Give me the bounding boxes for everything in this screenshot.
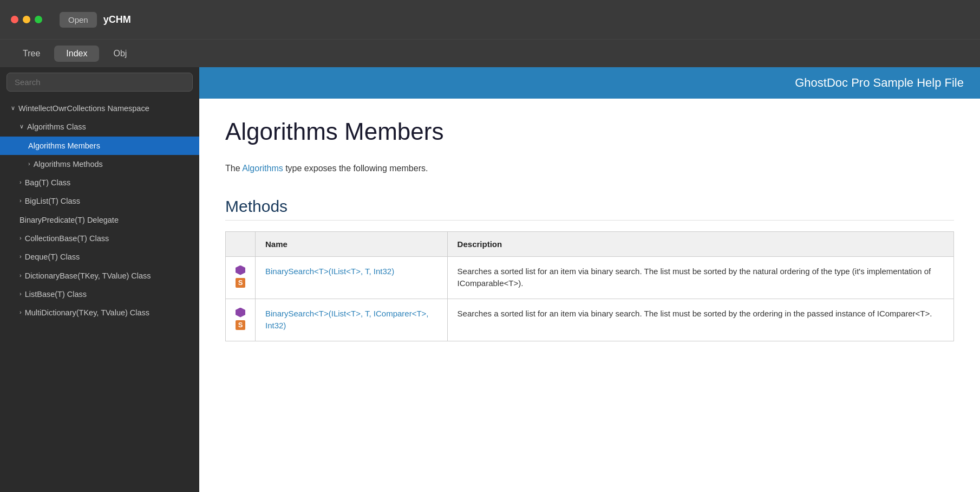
maximize-button[interactable]: [35, 16, 42, 23]
traffic-lights: [11, 16, 42, 23]
sidebar-item-algorithms-members[interactable]: Algorithms Members: [0, 137, 199, 155]
open-button[interactable]: Open: [60, 12, 97, 28]
method-link-1[interactable]: BinarySearch<T>(IList<T>, T, Int32): [265, 267, 394, 276]
col-name-header: Name: [256, 231, 448, 256]
sidebar-item-bag-class[interactable]: › Bag(T) Class: [0, 173, 199, 192]
minimize-button[interactable]: [23, 16, 30, 23]
sidebar-item-label: WintellectOwrCollections Namespace: [18, 103, 149, 114]
sidebar-item-label: DictionaryBase(TKey, TValue) Class: [25, 270, 151, 281]
close-button[interactable]: [11, 16, 18, 23]
content-body: Algorithms Members The Algorithms type e…: [199, 99, 980, 492]
content-header: GhostDoc Pro Sample Help File: [199, 67, 980, 99]
tab-bar: Tree Index Obj: [0, 39, 980, 67]
sidebar-item-biglist-class[interactable]: › BigList(T) Class: [0, 192, 199, 210]
table-header-row: Name Description: [226, 231, 954, 256]
method-icon-stack: S: [236, 308, 245, 330]
chevron-icon: ›: [19, 234, 22, 242]
intro-text-after: type exposes the following members.: [283, 164, 428, 173]
main-area: ∨ WintellectOwrCollections Namespace ∨ A…: [0, 67, 980, 492]
chevron-icon: ›: [19, 253, 22, 261]
sidebar-item-multidictionary-class[interactable]: › MultiDictionary(TKey, TValue) Class: [0, 303, 199, 322]
intro-text: The Algorithms type exposes the followin…: [225, 161, 954, 176]
table-row: S BinarySearch<T>(IList<T>, T, Int32) Se…: [226, 256, 954, 299]
sidebar-item-wintellect-ns[interactable]: ∨ WintellectOwrCollections Namespace: [0, 99, 199, 118]
tab-index[interactable]: Index: [54, 46, 99, 62]
icon-cell: S: [226, 299, 256, 341]
sidebar-item-label: Algorithms Members: [28, 140, 100, 151]
sidebar-item-dictionarybase-class[interactable]: › DictionaryBase(TKey, TValue) Class: [0, 267, 199, 285]
sidebar-item-label: CollectionBase(T) Class: [25, 233, 109, 244]
sidebar-item-label: Algorithms Class: [27, 121, 86, 132]
method-name-cell: BinarySearch<T>(IList<T>, T, IComparer<T…: [256, 299, 448, 341]
col-icon-header: [226, 231, 256, 256]
content-area: GhostDoc Pro Sample Help File Algorithms…: [199, 67, 980, 492]
methods-section-title: Methods: [225, 197, 954, 221]
sidebar-list: ∨ WintellectOwrCollections Namespace ∨ A…: [0, 97, 199, 492]
chevron-icon: ›: [19, 290, 22, 298]
chevron-icon: ›: [19, 308, 22, 316]
sidebar-item-algorithms-methods[interactable]: › Algorithms Methods: [0, 155, 199, 173]
sidebar-item-binarypredicate-delegate[interactable]: BinaryPredicate(T) Delegate: [0, 211, 199, 229]
intro-text-before: The: [225, 164, 242, 173]
sidebar-item-label: Bag(T) Class: [25, 177, 71, 188]
orange-s-icon: S: [236, 278, 245, 288]
purple-hex-icon: [236, 266, 245, 275]
method-name-cell: BinarySearch<T>(IList<T>, T, Int32): [256, 256, 448, 299]
sidebar-item-label: MultiDictionary(TKey, TValue) Class: [25, 307, 149, 318]
title-bar: Open yCHM: [0, 0, 980, 39]
table-row: S BinarySearch<T>(IList<T>, T, IComparer…: [226, 299, 954, 341]
method-desc-cell: Searches a sorted list for an item via b…: [447, 256, 953, 299]
chevron-icon: ›: [28, 160, 30, 168]
method-link-2[interactable]: BinarySearch<T>(IList<T>, T, IComparer<T…: [265, 309, 429, 331]
sidebar-item-listbase-class[interactable]: › ListBase(T) Class: [0, 285, 199, 303]
chevron-icon: ›: [19, 197, 22, 205]
sidebar-item-label: ListBase(T) Class: [25, 289, 87, 300]
sidebar-item-collectionbase-class[interactable]: › CollectionBase(T) Class: [0, 229, 199, 248]
chevron-icon: ›: [19, 271, 22, 280]
chevron-icon: ›: [19, 178, 22, 186]
tab-tree[interactable]: Tree: [11, 46, 52, 62]
method-desc-cell: Searches a sorted list for an item via b…: [447, 299, 953, 341]
methods-table: Name Description S BinarySearch<: [225, 231, 954, 341]
page-title: Algorithms Members: [225, 118, 954, 145]
chevron-icon: ∨: [11, 104, 15, 112]
sidebar-item-algorithms-class[interactable]: ∨ Algorithms Class: [0, 118, 199, 136]
icon-cell: S: [226, 256, 256, 299]
search-input[interactable]: [6, 73, 193, 92]
app-title: yCHM: [103, 14, 131, 25]
method-icon-stack: S: [236, 266, 245, 288]
sidebar-item-label: BigList(T) Class: [25, 196, 80, 206]
algorithms-link[interactable]: Algorithms: [242, 164, 283, 173]
purple-hex-icon: [236, 308, 245, 318]
sidebar-item-label: Deque(T) Class: [25, 251, 80, 262]
tab-obj[interactable]: Obj: [101, 46, 139, 62]
sidebar: ∨ WintellectOwrCollections Namespace ∨ A…: [0, 67, 199, 492]
sidebar-item-label: BinaryPredicate(T) Delegate: [19, 215, 119, 225]
col-description-header: Description: [447, 231, 953, 256]
chevron-icon: ∨: [19, 122, 24, 131]
sidebar-item-label: Algorithms Methods: [34, 159, 103, 170]
sidebar-item-deque-class[interactable]: › Deque(T) Class: [0, 248, 199, 266]
orange-s-icon: S: [236, 320, 245, 330]
